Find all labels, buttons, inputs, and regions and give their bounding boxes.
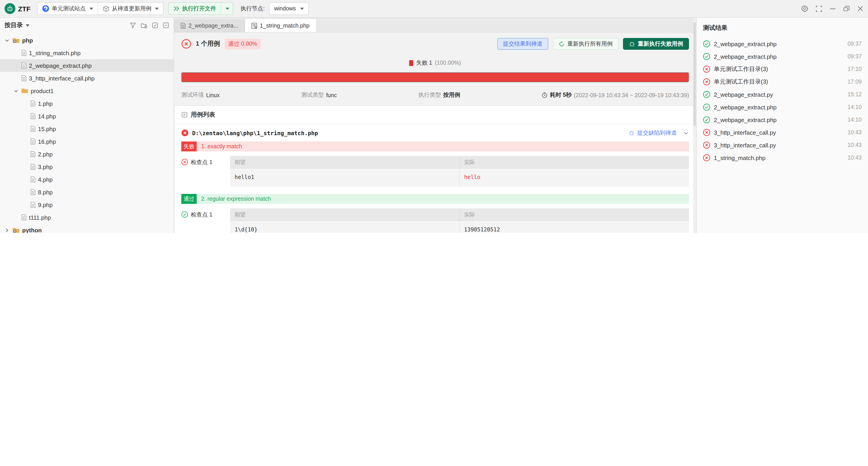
test-result-item[interactable]: 2_webpage_extract.php14:10: [703, 114, 862, 126]
fullscreen-icon[interactable]: [815, 5, 822, 12]
fail-legend-swatch: [409, 60, 413, 66]
file-icon: [21, 62, 27, 69]
tree-item-16.php[interactable]: 16.php: [0, 135, 174, 148]
duration-value: 耗时 5秒: [550, 91, 572, 99]
tree-item-label: php: [22, 37, 33, 43]
app-name: ZTF: [18, 5, 31, 12]
tab-1-string-match[interactable]: 1_string_match.php: [245, 19, 316, 32]
result-time: 14:10: [847, 104, 862, 110]
chevron-down-icon: [155, 7, 159, 10]
scrollbar-thumb[interactable]: [693, 22, 696, 126]
close-icon[interactable]: [857, 5, 864, 12]
submit-bug-link[interactable]: 提交缺陷到禅道: [628, 129, 677, 137]
pass-circle-icon: [703, 116, 710, 123]
tree-item-label: 8.php: [38, 189, 53, 195]
update-cases-button[interactable]: 从禅道更新用例: [97, 3, 163, 14]
tree-item-t111.php[interactable]: t111.php: [0, 211, 174, 224]
restore-window-icon[interactable]: [843, 5, 850, 12]
result-name: 3_http_interface_call.py: [714, 142, 844, 149]
settings-gear-icon[interactable]: [801, 5, 808, 12]
unit-test-site-dropdown[interactable]: 单元测试站点: [37, 3, 97, 14]
fail-circle-icon: [181, 39, 191, 49]
chevron-down-icon[interactable]: [26, 24, 29, 26]
rerun-failed-button[interactable]: 重新执行失败用例: [623, 38, 689, 50]
test-results-sidebar: 测试结果 2_webpage_extract.php09:372_webpage…: [696, 18, 868, 233]
test-result-item[interactable]: 3_http_interface_call.py10:43: [703, 126, 862, 139]
new-folder-icon[interactable]: [141, 22, 147, 29]
tree-item-2.php[interactable]: 2.php: [0, 148, 174, 160]
result-name: 2_webpage_extract.php: [714, 116, 844, 123]
submit-results-button[interactable]: 提交结果到禅道: [497, 38, 548, 50]
tree-item-2_webpage_extract.php[interactable]: 2_webpage_extract.php: [0, 59, 174, 72]
test-result-item[interactable]: 单元测试工作目录(3)17:09: [703, 75, 862, 88]
tree-item-4.php[interactable]: 4.php: [0, 173, 174, 186]
tree-item-product1[interactable]: product1: [0, 85, 174, 97]
tree-item-php[interactable]: php: [0, 34, 174, 46]
result-summary-header: 1 个用例 通过 0.00% 提交结果到禅道 重新执行所有用例 重新执行失败用例: [175, 33, 695, 55]
tab-2-webpage-extract[interactable]: 2_webpage_extra...: [174, 20, 245, 32]
tree-item-14.php[interactable]: 14.php: [0, 110, 174, 123]
tree-item-9.php[interactable]: 9.php: [0, 198, 174, 211]
ztf-logo-icon: [4, 3, 16, 14]
run-open-file-button[interactable]: 执行打开文件: [168, 3, 221, 14]
fail-circle-icon: [703, 78, 710, 86]
zentao-site-icon: [42, 5, 49, 12]
test-result-item[interactable]: 2_webpage_extract.php14:10: [703, 101, 862, 114]
tree-item-label: 16.php: [38, 138, 56, 145]
tree-item-1_string_match.php[interactable]: 1_string_match.php: [0, 46, 174, 59]
tree-item-label: python: [22, 227, 42, 233]
main-scrollbar[interactable]: [693, 18, 696, 233]
test-result-item[interactable]: 1_string_match.php10:43: [703, 151, 862, 164]
exec-node-value: windows: [274, 5, 296, 12]
main-panel: 2_webpage_extra... 1_string_match.php 1 …: [174, 18, 696, 233]
test-result-item[interactable]: 2_webpage_extract.py15:12: [703, 88, 862, 101]
file-icon: [30, 176, 36, 183]
collapse-case-chevron-icon[interactable]: [683, 130, 689, 136]
chevron-down-icon[interactable]: [4, 38, 10, 43]
tree-mode-label[interactable]: 按目录: [4, 21, 23, 29]
app-logo: ZTF: [4, 3, 31, 14]
tree-item-15.php[interactable]: 15.php: [0, 123, 174, 135]
test-result-item[interactable]: 2_webpage_extract.php09:37: [703, 50, 862, 63]
result-time: 09:37: [847, 41, 862, 47]
test-result-item[interactable]: 单元测试工作目录(3)17:10: [703, 63, 862, 75]
test-result-item[interactable]: 3_http_interface_call.py10:43: [703, 139, 862, 151]
submit-results-label: 提交结果到禅道: [503, 40, 542, 48]
chevron-down-icon[interactable]: [13, 88, 19, 93]
pass-circle-icon: [703, 40, 710, 48]
test-result-item[interactable]: 2_webpage_extract.php09:37: [703, 37, 862, 50]
case-list-title: 用例列表: [191, 111, 215, 119]
run-options-dropdown[interactable]: [221, 3, 233, 14]
tree-item-8.php[interactable]: 8.php: [0, 186, 174, 198]
minimize-icon[interactable]: [830, 5, 836, 12]
env-label: 测试环境: [181, 91, 204, 99]
file-icon: [30, 189, 36, 195]
file-icon: [180, 23, 186, 29]
result-time: 10:43: [847, 129, 862, 135]
run-open-file-split-button: 执行打开文件: [168, 2, 233, 15]
step-status-badge: 通过: [181, 194, 197, 204]
result-time: 17:09: [847, 79, 862, 85]
case-list-panel: 用例列表 D:\zentao\lang\php\1_string_match.p…: [175, 105, 695, 233]
tree-item-3_http_interface_call.php[interactable]: 3_http_interface_call.php: [0, 72, 174, 85]
tree-item-python[interactable]: python: [0, 224, 174, 233]
script-tree-sidebar: 按目录 php1_string_match.php2_webpage_extra…: [0, 18, 174, 233]
chevron-right-icon[interactable]: [4, 227, 10, 232]
tree-item-1.php[interactable]: 1.php: [0, 97, 174, 110]
env-value: Linux: [206, 92, 220, 98]
tree-item-label: 3.php: [38, 163, 53, 170]
file-icon: [30, 126, 36, 132]
exec-node-select[interactable]: windows: [269, 2, 309, 15]
filter-icon[interactable]: [130, 22, 136, 29]
rerun-all-button[interactable]: 重新执行所有用例: [553, 38, 618, 50]
case-row[interactable]: D:\zentao\lang\php\1_string_match.php 提交…: [175, 124, 695, 142]
result-name: 2_webpage_extract.php: [714, 40, 844, 47]
collapse-all-icon[interactable]: [163, 22, 169, 29]
select-check-icon[interactable]: [152, 22, 158, 29]
tree-item-3.php[interactable]: 3.php: [0, 160, 174, 173]
ztf-app-window: ZTF 单元测试站点 从禅道更新用例 执行打开文件 执行节点: windows: [0, 0, 868, 233]
checkpoint: 检查点 1期望实际1\d{10}13905120512: [181, 208, 689, 233]
progress-fill-fail: [182, 73, 689, 82]
checkpoint: 检查点 1期望实际hello1hello: [181, 156, 689, 187]
pass-circle-icon: [703, 91, 710, 98]
